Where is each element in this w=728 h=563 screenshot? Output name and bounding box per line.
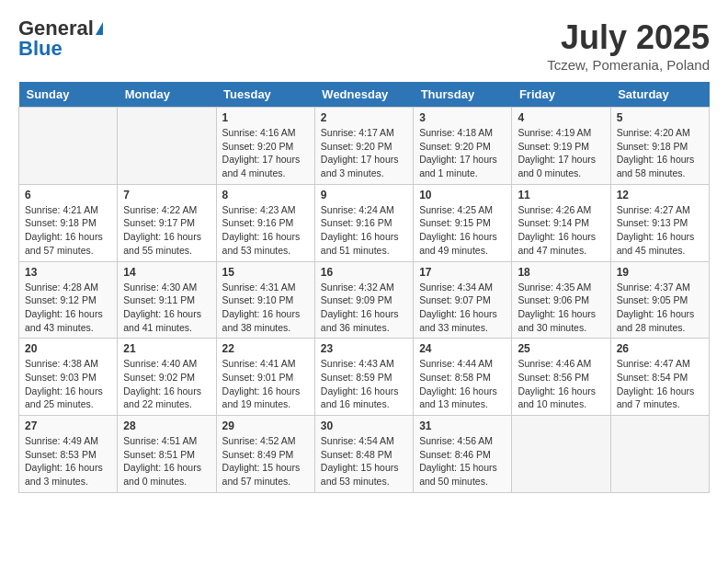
calendar-cell: 26Sunrise: 4:47 AM Sunset: 8:54 PM Dayli… [610, 339, 709, 416]
calendar-cell: 12Sunrise: 4:27 AM Sunset: 9:13 PM Dayli… [610, 184, 709, 261]
day-number: 18 [518, 266, 604, 279]
day-info: Sunrise: 4:18 AM Sunset: 9:20 PM Dayligh… [419, 126, 506, 180]
calendar-cell: 25Sunrise: 4:46 AM Sunset: 8:56 PM Dayli… [512, 339, 610, 416]
calendar-cell [610, 416, 709, 493]
calendar-cell: 8Sunrise: 4:23 AM Sunset: 9:16 PM Daylig… [216, 184, 314, 261]
calendar-cell: 5Sunrise: 4:20 AM Sunset: 9:18 PM Daylig… [610, 108, 709, 185]
calendar-week-row: 20Sunrise: 4:38 AM Sunset: 9:03 PM Dayli… [19, 339, 710, 416]
day-info: Sunrise: 4:41 AM Sunset: 9:01 PM Dayligh… [222, 357, 309, 411]
title-section: July 2025 Tczew, Pomerania, Poland [547, 18, 710, 73]
day-number: 15 [222, 266, 309, 279]
day-info: Sunrise: 4:25 AM Sunset: 9:15 PM Dayligh… [419, 203, 506, 258]
day-info: Sunrise: 4:27 AM Sunset: 9:13 PM Dayligh… [617, 203, 703, 258]
weekday-header-tuesday: Tuesday [216, 82, 314, 108]
day-number: 21 [123, 342, 210, 355]
day-number: 1 [222, 111, 309, 124]
calendar-cell: 4Sunrise: 4:19 AM Sunset: 9:19 PM Daylig… [512, 108, 610, 185]
day-info: Sunrise: 4:44 AM Sunset: 8:58 PM Dayligh… [419, 357, 506, 411]
calendar-cell: 15Sunrise: 4:31 AM Sunset: 9:10 PM Dayli… [216, 261, 314, 339]
weekday-header-thursday: Thursday [414, 82, 512, 108]
day-number: 30 [321, 419, 407, 432]
day-number: 27 [25, 419, 111, 432]
weekday-header-row: SundayMondayTuesdayWednesdayThursdayFrid… [19, 82, 710, 108]
location-text: Tczew, Pomerania, Poland [547, 57, 710, 73]
calendar-cell: 22Sunrise: 4:41 AM Sunset: 9:01 PM Dayli… [216, 339, 314, 416]
day-info: Sunrise: 4:56 AM Sunset: 8:46 PM Dayligh… [419, 434, 506, 488]
calendar-cell: 7Sunrise: 4:22 AM Sunset: 9:17 PM Daylig… [118, 184, 216, 261]
day-number: 19 [617, 266, 703, 279]
day-number: 6 [25, 189, 111, 201]
day-info: Sunrise: 4:54 AM Sunset: 8:48 PM Dayligh… [321, 434, 407, 488]
calendar-cell: 3Sunrise: 4:18 AM Sunset: 9:20 PM Daylig… [414, 108, 512, 185]
calendar-cell: 20Sunrise: 4:38 AM Sunset: 9:03 PM Dayli… [19, 339, 118, 416]
day-number: 26 [617, 342, 703, 355]
day-number: 22 [222, 342, 309, 355]
logo-blue-text: Blue [18, 39, 63, 59]
weekday-header-wednesday: Wednesday [314, 82, 413, 108]
calendar-cell [512, 416, 610, 493]
day-number: 16 [321, 266, 407, 279]
calendar-cell: 24Sunrise: 4:44 AM Sunset: 8:58 PM Dayli… [414, 339, 512, 416]
day-number: 24 [419, 342, 506, 355]
day-info: Sunrise: 4:17 AM Sunset: 9:20 PM Dayligh… [321, 126, 407, 180]
calendar-cell: 2Sunrise: 4:17 AM Sunset: 9:20 PM Daylig… [314, 108, 413, 185]
calendar-cell: 29Sunrise: 4:52 AM Sunset: 8:49 PM Dayli… [216, 416, 314, 493]
calendar-cell: 1Sunrise: 4:16 AM Sunset: 9:20 PM Daylig… [216, 108, 314, 185]
day-info: Sunrise: 4:49 AM Sunset: 8:53 PM Dayligh… [25, 434, 111, 488]
calendar-cell: 10Sunrise: 4:25 AM Sunset: 9:15 PM Dayli… [414, 184, 512, 261]
day-info: Sunrise: 4:20 AM Sunset: 9:18 PM Dayligh… [617, 126, 703, 180]
day-info: Sunrise: 4:23 AM Sunset: 9:16 PM Dayligh… [222, 203, 309, 258]
calendar-cell: 19Sunrise: 4:37 AM Sunset: 9:05 PM Dayli… [610, 261, 709, 339]
day-number: 11 [518, 189, 604, 201]
day-info: Sunrise: 4:28 AM Sunset: 9:12 PM Dayligh… [25, 281, 111, 335]
day-info: Sunrise: 4:24 AM Sunset: 9:16 PM Dayligh… [321, 203, 407, 258]
calendar-cell: 28Sunrise: 4:51 AM Sunset: 8:51 PM Dayli… [118, 416, 216, 493]
page-header: General Blue July 2025 Tczew, Pomerania,… [18, 18, 710, 73]
day-info: Sunrise: 4:38 AM Sunset: 9:03 PM Dayligh… [25, 357, 111, 411]
calendar-cell: 11Sunrise: 4:26 AM Sunset: 9:14 PM Dayli… [512, 184, 610, 261]
day-info: Sunrise: 4:32 AM Sunset: 9:09 PM Dayligh… [321, 281, 407, 335]
day-number: 23 [321, 342, 407, 355]
calendar-table: SundayMondayTuesdayWednesdayThursdayFrid… [18, 82, 710, 493]
day-number: 14 [123, 266, 210, 279]
calendar-cell: 30Sunrise: 4:54 AM Sunset: 8:48 PM Dayli… [314, 416, 413, 493]
calendar-cell: 17Sunrise: 4:34 AM Sunset: 9:07 PM Dayli… [414, 261, 512, 339]
day-number: 28 [123, 419, 210, 432]
day-number: 2 [321, 111, 407, 124]
calendar-cell: 18Sunrise: 4:35 AM Sunset: 9:06 PM Dayli… [512, 261, 610, 339]
day-info: Sunrise: 4:19 AM Sunset: 9:19 PM Dayligh… [518, 126, 604, 180]
day-number: 12 [617, 189, 703, 201]
calendar-cell [19, 108, 118, 185]
logo-triangle-icon [96, 22, 103, 35]
logo-general-text: General [18, 18, 94, 39]
day-info: Sunrise: 4:16 AM Sunset: 9:20 PM Dayligh… [222, 126, 309, 180]
calendar-cell: 23Sunrise: 4:43 AM Sunset: 8:59 PM Dayli… [314, 339, 413, 416]
day-number: 10 [419, 189, 506, 201]
day-number: 3 [419, 111, 506, 124]
day-info: Sunrise: 4:40 AM Sunset: 9:02 PM Dayligh… [123, 357, 210, 411]
day-info: Sunrise: 4:22 AM Sunset: 9:17 PM Dayligh… [123, 203, 210, 258]
day-info: Sunrise: 4:34 AM Sunset: 9:07 PM Dayligh… [419, 281, 506, 335]
calendar-cell: 21Sunrise: 4:40 AM Sunset: 9:02 PM Dayli… [118, 339, 216, 416]
calendar-cell [118, 108, 216, 185]
calendar-week-row: 6Sunrise: 4:21 AM Sunset: 9:18 PM Daylig… [19, 184, 710, 261]
day-number: 8 [222, 189, 309, 201]
day-number: 25 [518, 342, 604, 355]
weekday-header-saturday: Saturday [610, 82, 709, 108]
day-number: 31 [419, 419, 506, 432]
calendar-cell: 31Sunrise: 4:56 AM Sunset: 8:46 PM Dayli… [414, 416, 512, 493]
day-info: Sunrise: 4:52 AM Sunset: 8:49 PM Dayligh… [222, 434, 309, 488]
day-info: Sunrise: 4:35 AM Sunset: 9:06 PM Dayligh… [518, 281, 604, 335]
day-info: Sunrise: 4:21 AM Sunset: 9:18 PM Dayligh… [25, 203, 111, 258]
day-number: 13 [25, 266, 111, 279]
calendar-cell: 27Sunrise: 4:49 AM Sunset: 8:53 PM Dayli… [19, 416, 118, 493]
day-info: Sunrise: 4:37 AM Sunset: 9:05 PM Dayligh… [617, 281, 703, 335]
day-info: Sunrise: 4:47 AM Sunset: 8:54 PM Dayligh… [617, 357, 703, 411]
calendar-cell: 13Sunrise: 4:28 AM Sunset: 9:12 PM Dayli… [19, 261, 118, 339]
day-info: Sunrise: 4:46 AM Sunset: 8:56 PM Dayligh… [518, 357, 604, 411]
calendar-cell: 14Sunrise: 4:30 AM Sunset: 9:11 PM Dayli… [118, 261, 216, 339]
weekday-header-monday: Monday [118, 82, 216, 108]
calendar-week-row: 27Sunrise: 4:49 AM Sunset: 8:53 PM Dayli… [19, 416, 710, 493]
calendar-cell: 9Sunrise: 4:24 AM Sunset: 9:16 PM Daylig… [314, 184, 413, 261]
day-info: Sunrise: 4:51 AM Sunset: 8:51 PM Dayligh… [123, 434, 210, 488]
